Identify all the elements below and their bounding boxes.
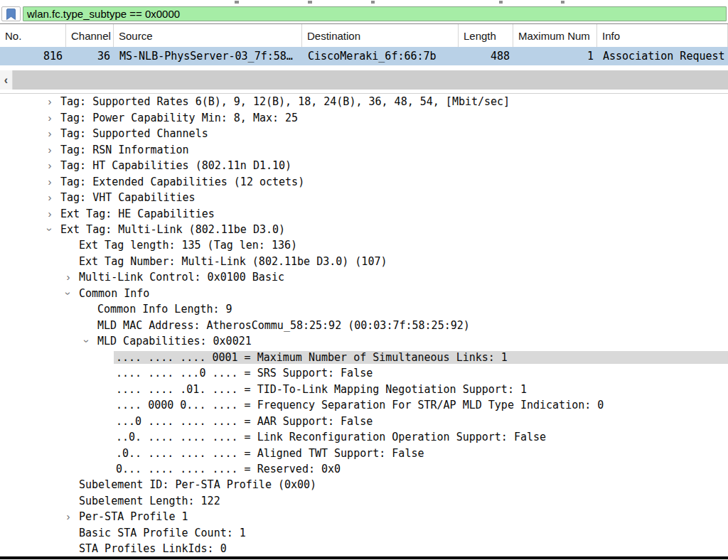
chevron-down-icon[interactable]: › <box>60 285 76 302</box>
tree-row-label: ...0 .... .... .... = AAR Support: False <box>114 415 728 428</box>
tree-row-label: .... .... ...0 .... = SRS Support: False <box>114 367 728 379</box>
packet-row[interactable]: 81636MS-NLB-PhysServer-03_7f:58…CiscoMer… <box>0 47 728 65</box>
tree-row[interactable]: 0... .... .... .... = Reserved: 0x0 <box>0 461 728 477</box>
column-header-maximum-num[interactable]: Maximum Num <box>513 24 597 47</box>
tree-row-label: Per-STA Profile 1 <box>77 510 728 523</box>
tree-row-label: Tag: HT Capabilities (802.11n D1.10) <box>58 159 728 172</box>
tree-row-label: Tag: Supported Channels <box>58 127 728 140</box>
tree-row-label: Common Info <box>77 287 728 300</box>
tree-row[interactable]: ›Tag: Supported Channels <box>0 126 728 141</box>
tree-row-label: Tag: RSN Information <box>58 144 728 156</box>
tree-row[interactable]: ›Multi-Link Control: 0x0100 Basic <box>0 269 728 285</box>
tree-row[interactable]: ›Common Info <box>0 286 728 301</box>
column-header-no[interactable]: No. <box>0 24 66 47</box>
chevron-right-icon[interactable]: › <box>41 206 58 222</box>
column-header-channel[interactable]: Channel <box>66 24 114 47</box>
chevron-right-icon[interactable]: › <box>41 94 58 109</box>
tree-row[interactable]: ›Ext Tag: HE Capabilities <box>0 205 728 221</box>
tree-row[interactable]: .... .... .... 0001 = Maximum Number of … <box>0 350 728 365</box>
packet-cell-destination: CiscoMeraki_6f:66:7b <box>302 47 459 65</box>
display-filter-field <box>23 6 727 21</box>
chevron-right-icon[interactable]: › <box>41 110 58 126</box>
tree-row-label: .... 0000 0... .... = Frequency Separati… <box>114 399 728 411</box>
tree-row[interactable]: .... .... .01. .... = TID-To-Link Mappin… <box>0 381 728 397</box>
packet-cell-no: 816 <box>0 47 66 65</box>
tree-row[interactable]: ›Tag: Extended Capabilities (12 octets) <box>0 173 728 189</box>
tree-row-label: .... .... .... 0001 = Maximum Number of … <box>114 351 728 364</box>
tree-row-label: Subelement Length: 122 <box>77 495 728 507</box>
tree-row-label: Ext Tag: Multi-Link (802.11be D3.0) <box>58 223 728 236</box>
tree-row[interactable]: ›Tag: HT Capabilities (802.11n D1.10) <box>0 158 728 173</box>
chevron-right-icon[interactable]: › <box>41 174 58 190</box>
tree-row-label: Basic STA Profile Count: 1 <box>77 527 728 539</box>
clipped-toolbar-text <box>308 1 312 4</box>
column-header-info[interactable]: Info <box>597 24 728 47</box>
filter-bookmark-button[interactable] <box>1 6 21 21</box>
clipped-toolbar-text <box>499 1 503 4</box>
chevron-right-icon[interactable]: › <box>60 269 77 285</box>
tree-row[interactable]: ›Per-STA Profile 1 <box>0 509 728 524</box>
tree-row[interactable]: Subelement ID: Per-STA Profile (0x00) <box>0 477 728 492</box>
column-header-length[interactable]: Length <box>459 24 513 47</box>
chevron-right-icon[interactable]: › <box>41 126 58 141</box>
packet-details-tree: ›Tag: Supported Rates 6(B), 9, 12(B), 18… <box>0 93 728 557</box>
packet-list-body: 81636MS-NLB-PhysServer-03_7f:58…CiscoMer… <box>0 47 728 65</box>
tree-row-label: Tag: Supported Rates 6(B), 9, 12(B), 18,… <box>58 95 728 108</box>
scroll-left-button[interactable]: ‹ <box>0 70 13 90</box>
display-filter-bar <box>0 5 728 24</box>
horizontal-scrollbar[interactable]: ‹ <box>0 70 728 90</box>
display-filter-input[interactable] <box>27 8 722 20</box>
tree-row[interactable]: ›Tag: Power Capability Min: 8, Max: 25 <box>0 109 728 125</box>
tree-row-label: Ext Tag Number: Multi-Link (802.11be D3.… <box>77 255 728 268</box>
tree-row[interactable]: ...0 .... .... .... = AAR Support: False <box>0 413 728 429</box>
tree-row[interactable]: ›MLD Capabilities: 0x0021 <box>0 333 728 349</box>
tree-row-label: Multi-Link Control: 0x0100 Basic <box>77 271 728 284</box>
tree-row[interactable]: .... 0000 0... .... = Frequency Separati… <box>0 397 728 413</box>
tree-row-label: Ext Tag: HE Capabilities <box>58 208 728 220</box>
packet-cell-length: 488 <box>459 47 513 65</box>
packet-list-filler <box>0 65 728 70</box>
tree-row[interactable]: MLD MAC Address: AtherosCommu_58:25:92 (… <box>0 318 728 333</box>
tree-row-label: 0... .... .... .... = Reserved: 0x0 <box>114 463 728 475</box>
clipped-toolbar-text <box>235 1 239 4</box>
chevron-right-icon[interactable]: › <box>41 190 58 205</box>
chevron-down-icon[interactable]: › <box>79 333 95 350</box>
tree-row[interactable]: ›Tag: RSN Information <box>0 141 728 157</box>
packet-cell-info: Association Request <box>597 47 728 65</box>
tree-row[interactable]: Ext Tag Number: Multi-Link (802.11be D3.… <box>0 254 728 269</box>
chevron-right-icon[interactable]: › <box>60 509 77 524</box>
chevron-right-icon[interactable]: › <box>41 158 58 173</box>
clipped-toolbar-text <box>371 1 375 4</box>
column-header-source[interactable]: Source <box>114 24 302 47</box>
tree-row[interactable]: .0.. .... .... .... = Aligned TWT Suppor… <box>0 445 728 461</box>
tree-row[interactable]: STA Profiles LinkIds: 0 <box>0 541 728 556</box>
tree-row-label: MLD Capabilities: 0x0021 <box>95 335 728 348</box>
tree-row-label: ..0. .... .... .... = Link Reconfigurati… <box>114 431 728 443</box>
tree-row[interactable]: ›Tag: Supported Rates 6(B), 9, 12(B), 18… <box>0 94 728 109</box>
chevron-right-icon[interactable]: › <box>41 142 58 158</box>
scrollbar-track[interactable] <box>13 70 728 90</box>
tree-row[interactable]: Basic STA Profile Count: 1 <box>0 525 728 541</box>
chevron-down-icon[interactable]: › <box>42 221 58 238</box>
bookmark-icon <box>6 9 16 20</box>
packet-list-header: No.ChannelSourceDestinationLengthMaximum… <box>0 24 728 47</box>
tree-row-label: .... .... .01. .... = TID-To-Link Mappin… <box>114 383 728 396</box>
tree-row[interactable]: ›Tag: VHT Capabilities <box>0 190 728 205</box>
tree-row[interactable]: Ext Tag length: 135 (Tag len: 136) <box>0 237 728 253</box>
tree-row-label: Tag: Power Capability Min: 8, Max: 25 <box>58 112 728 124</box>
clipped-toolbar-text <box>561 1 564 4</box>
packet-cell-source: MS-NLB-PhysServer-03_7f:58… <box>114 47 302 65</box>
tree-row[interactable]: ..0. .... .... .... = Link Reconfigurati… <box>0 429 728 445</box>
tree-row[interactable]: .... .... ...0 .... = SRS Support: False <box>0 365 728 381</box>
tree-row-label: Common Info Length: 9 <box>95 303 728 316</box>
packet-cell-channel: 36 <box>66 47 114 65</box>
tree-row[interactable]: ›Ext Tag: Multi-Link (802.11be D3.0) <box>0 222 728 237</box>
clipped-toolbar-strip <box>0 0 728 5</box>
tree-row-label: Tag: Extended Capabilities (12 octets) <box>58 176 728 188</box>
tree-row[interactable]: Subelement Length: 122 <box>0 493 728 509</box>
column-header-destination[interactable]: Destination <box>302 24 459 47</box>
tree-row[interactable]: Common Info Length: 9 <box>0 301 728 317</box>
tree-row-label: STA Profiles LinkIds: 0 <box>77 542 728 555</box>
tree-row-label: .0.. .... .... .... = Aligned TWT Suppor… <box>114 447 728 460</box>
scroll-left-arrow-icon: ‹ <box>4 74 8 87</box>
